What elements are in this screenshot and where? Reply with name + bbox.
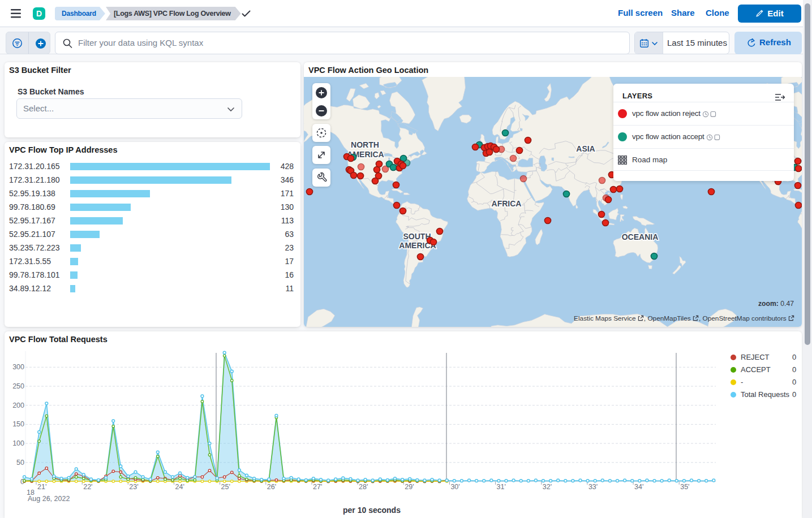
svg-text:200: 200 (12, 402, 24, 409)
svg-text:32': 32' (543, 483, 552, 491)
svg-text:25': 25' (221, 483, 230, 491)
svg-text:28': 28' (359, 483, 368, 491)
svg-text:250: 250 (12, 382, 24, 390)
svg-text:ASIA: ASIA (576, 144, 595, 153)
svg-text:34': 34' (634, 483, 643, 491)
svg-text:Aug 26, 2022: Aug 26, 2022 (28, 495, 70, 503)
svg-text:29': 29' (405, 483, 414, 491)
svg-text:30': 30' (450, 483, 459, 491)
svg-text:100: 100 (12, 439, 24, 447)
svg-text:NORTH: NORTH (351, 140, 379, 149)
svg-text:OCEANIA: OCEANIA (622, 232, 659, 241)
svg-text:31': 31' (497, 483, 506, 491)
svg-text:22': 22' (83, 483, 92, 491)
svg-text:35': 35' (680, 483, 689, 491)
svg-text:21': 21' (37, 483, 46, 491)
svg-text:50: 50 (16, 459, 24, 467)
svg-text:AFRICA: AFRICA (492, 199, 522, 208)
svg-text:26': 26' (267, 483, 276, 491)
svg-text:27': 27' (313, 483, 322, 491)
svg-text:23': 23' (129, 483, 138, 491)
svg-text:150: 150 (12, 420, 24, 428)
svg-text:24': 24' (175, 483, 184, 491)
svg-text:33': 33' (588, 483, 598, 491)
svg-text:300: 300 (12, 363, 24, 371)
